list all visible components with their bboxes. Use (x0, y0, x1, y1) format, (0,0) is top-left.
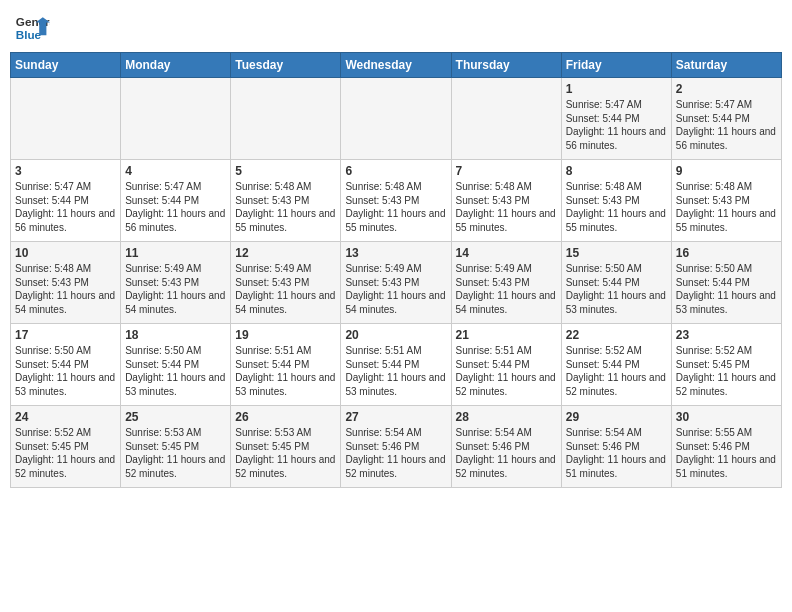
calendar-cell: 10Sunrise: 5:48 AM Sunset: 5:43 PM Dayli… (11, 242, 121, 324)
calendar-cell: 8Sunrise: 5:48 AM Sunset: 5:43 PM Daylig… (561, 160, 671, 242)
calendar-cell: 20Sunrise: 5:51 AM Sunset: 5:44 PM Dayli… (341, 324, 451, 406)
logo: General Blue (14, 10, 52, 46)
day-number: 30 (676, 410, 777, 424)
day-number: 2 (676, 82, 777, 96)
col-header-wednesday: Wednesday (341, 53, 451, 78)
day-info: Sunrise: 5:48 AM Sunset: 5:43 PM Dayligh… (15, 262, 116, 316)
day-info: Sunrise: 5:47 AM Sunset: 5:44 PM Dayligh… (15, 180, 116, 234)
day-info: Sunrise: 5:50 AM Sunset: 5:44 PM Dayligh… (15, 344, 116, 398)
day-info: Sunrise: 5:48 AM Sunset: 5:43 PM Dayligh… (235, 180, 336, 234)
day-info: Sunrise: 5:52 AM Sunset: 5:45 PM Dayligh… (15, 426, 116, 480)
day-info: Sunrise: 5:48 AM Sunset: 5:43 PM Dayligh… (676, 180, 777, 234)
day-number: 23 (676, 328, 777, 342)
day-number: 6 (345, 164, 446, 178)
day-number: 22 (566, 328, 667, 342)
col-header-saturday: Saturday (671, 53, 781, 78)
calendar-cell: 15Sunrise: 5:50 AM Sunset: 5:44 PM Dayli… (561, 242, 671, 324)
day-info: Sunrise: 5:51 AM Sunset: 5:44 PM Dayligh… (345, 344, 446, 398)
col-header-tuesday: Tuesday (231, 53, 341, 78)
col-header-sunday: Sunday (11, 53, 121, 78)
calendar-cell: 2Sunrise: 5:47 AM Sunset: 5:44 PM Daylig… (671, 78, 781, 160)
day-info: Sunrise: 5:47 AM Sunset: 5:44 PM Dayligh… (566, 98, 667, 152)
day-info: Sunrise: 5:48 AM Sunset: 5:43 PM Dayligh… (456, 180, 557, 234)
day-info: Sunrise: 5:49 AM Sunset: 5:43 PM Dayligh… (345, 262, 446, 316)
day-number: 7 (456, 164, 557, 178)
calendar-cell: 1Sunrise: 5:47 AM Sunset: 5:44 PM Daylig… (561, 78, 671, 160)
day-number: 17 (15, 328, 116, 342)
calendar-cell: 17Sunrise: 5:50 AM Sunset: 5:44 PM Dayli… (11, 324, 121, 406)
day-info: Sunrise: 5:48 AM Sunset: 5:43 PM Dayligh… (566, 180, 667, 234)
calendar-cell (121, 78, 231, 160)
logo-icon: General Blue (14, 10, 50, 46)
calendar-cell: 6Sunrise: 5:48 AM Sunset: 5:43 PM Daylig… (341, 160, 451, 242)
day-number: 9 (676, 164, 777, 178)
day-info: Sunrise: 5:50 AM Sunset: 5:44 PM Dayligh… (676, 262, 777, 316)
calendar-cell: 9Sunrise: 5:48 AM Sunset: 5:43 PM Daylig… (671, 160, 781, 242)
day-number: 15 (566, 246, 667, 260)
day-info: Sunrise: 5:53 AM Sunset: 5:45 PM Dayligh… (235, 426, 336, 480)
calendar-cell: 26Sunrise: 5:53 AM Sunset: 5:45 PM Dayli… (231, 406, 341, 488)
day-info: Sunrise: 5:54 AM Sunset: 5:46 PM Dayligh… (566, 426, 667, 480)
calendar-week-4: 17Sunrise: 5:50 AM Sunset: 5:44 PM Dayli… (11, 324, 782, 406)
calendar-cell: 28Sunrise: 5:54 AM Sunset: 5:46 PM Dayli… (451, 406, 561, 488)
day-number: 1 (566, 82, 667, 96)
calendar-cell: 23Sunrise: 5:52 AM Sunset: 5:45 PM Dayli… (671, 324, 781, 406)
calendar-table: SundayMondayTuesdayWednesdayThursdayFrid… (10, 52, 782, 488)
day-number: 18 (125, 328, 226, 342)
calendar-cell (231, 78, 341, 160)
day-number: 13 (345, 246, 446, 260)
calendar-cell: 5Sunrise: 5:48 AM Sunset: 5:43 PM Daylig… (231, 160, 341, 242)
svg-text:Blue: Blue (16, 28, 42, 41)
day-info: Sunrise: 5:47 AM Sunset: 5:44 PM Dayligh… (676, 98, 777, 152)
calendar-cell: 27Sunrise: 5:54 AM Sunset: 5:46 PM Dayli… (341, 406, 451, 488)
day-info: Sunrise: 5:47 AM Sunset: 5:44 PM Dayligh… (125, 180, 226, 234)
day-number: 11 (125, 246, 226, 260)
day-info: Sunrise: 5:51 AM Sunset: 5:44 PM Dayligh… (456, 344, 557, 398)
calendar-header: SundayMondayTuesdayWednesdayThursdayFrid… (11, 53, 782, 78)
day-info: Sunrise: 5:49 AM Sunset: 5:43 PM Dayligh… (125, 262, 226, 316)
col-header-monday: Monday (121, 53, 231, 78)
day-number: 10 (15, 246, 116, 260)
calendar-cell: 16Sunrise: 5:50 AM Sunset: 5:44 PM Dayli… (671, 242, 781, 324)
day-info: Sunrise: 5:50 AM Sunset: 5:44 PM Dayligh… (566, 262, 667, 316)
day-info: Sunrise: 5:49 AM Sunset: 5:43 PM Dayligh… (235, 262, 336, 316)
calendar-cell: 22Sunrise: 5:52 AM Sunset: 5:44 PM Dayli… (561, 324, 671, 406)
day-number: 4 (125, 164, 226, 178)
day-info: Sunrise: 5:52 AM Sunset: 5:44 PM Dayligh… (566, 344, 667, 398)
calendar-week-3: 10Sunrise: 5:48 AM Sunset: 5:43 PM Dayli… (11, 242, 782, 324)
page-header: General Blue (10, 10, 782, 46)
calendar-cell: 21Sunrise: 5:51 AM Sunset: 5:44 PM Dayli… (451, 324, 561, 406)
day-number: 8 (566, 164, 667, 178)
calendar-cell: 18Sunrise: 5:50 AM Sunset: 5:44 PM Dayli… (121, 324, 231, 406)
calendar-cell: 7Sunrise: 5:48 AM Sunset: 5:43 PM Daylig… (451, 160, 561, 242)
calendar-cell: 24Sunrise: 5:52 AM Sunset: 5:45 PM Dayli… (11, 406, 121, 488)
day-number: 14 (456, 246, 557, 260)
day-number: 12 (235, 246, 336, 260)
calendar-cell (11, 78, 121, 160)
day-info: Sunrise: 5:53 AM Sunset: 5:45 PM Dayligh… (125, 426, 226, 480)
day-info: Sunrise: 5:50 AM Sunset: 5:44 PM Dayligh… (125, 344, 226, 398)
calendar-week-2: 3Sunrise: 5:47 AM Sunset: 5:44 PM Daylig… (11, 160, 782, 242)
calendar-cell: 19Sunrise: 5:51 AM Sunset: 5:44 PM Dayli… (231, 324, 341, 406)
day-info: Sunrise: 5:51 AM Sunset: 5:44 PM Dayligh… (235, 344, 336, 398)
calendar-cell: 13Sunrise: 5:49 AM Sunset: 5:43 PM Dayli… (341, 242, 451, 324)
calendar-cell: 4Sunrise: 5:47 AM Sunset: 5:44 PM Daylig… (121, 160, 231, 242)
calendar-cell: 30Sunrise: 5:55 AM Sunset: 5:46 PM Dayli… (671, 406, 781, 488)
day-number: 25 (125, 410, 226, 424)
calendar-cell (341, 78, 451, 160)
day-number: 28 (456, 410, 557, 424)
col-header-friday: Friday (561, 53, 671, 78)
calendar-week-5: 24Sunrise: 5:52 AM Sunset: 5:45 PM Dayli… (11, 406, 782, 488)
col-header-thursday: Thursday (451, 53, 561, 78)
calendar-cell: 14Sunrise: 5:49 AM Sunset: 5:43 PM Dayli… (451, 242, 561, 324)
day-info: Sunrise: 5:54 AM Sunset: 5:46 PM Dayligh… (456, 426, 557, 480)
calendar-cell (451, 78, 561, 160)
day-number: 20 (345, 328, 446, 342)
day-number: 16 (676, 246, 777, 260)
day-info: Sunrise: 5:54 AM Sunset: 5:46 PM Dayligh… (345, 426, 446, 480)
day-number: 3 (15, 164, 116, 178)
day-info: Sunrise: 5:49 AM Sunset: 5:43 PM Dayligh… (456, 262, 557, 316)
day-info: Sunrise: 5:55 AM Sunset: 5:46 PM Dayligh… (676, 426, 777, 480)
calendar-week-1: 1Sunrise: 5:47 AM Sunset: 5:44 PM Daylig… (11, 78, 782, 160)
day-number: 26 (235, 410, 336, 424)
